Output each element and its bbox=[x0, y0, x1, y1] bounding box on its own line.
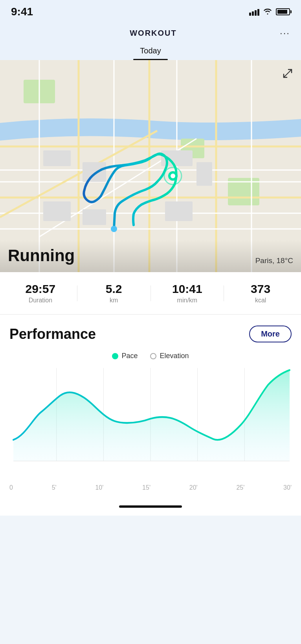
signal-icon bbox=[249, 8, 259, 16]
x-label-25: 25' bbox=[236, 484, 244, 491]
svg-point-29 bbox=[171, 174, 175, 178]
map-container: Running Paris, 18°C bbox=[0, 60, 301, 272]
page-title: WORKOUT bbox=[27, 29, 280, 38]
home-indicator bbox=[0, 499, 301, 516]
x-label-15: 15' bbox=[142, 484, 150, 491]
svg-rect-24 bbox=[83, 209, 106, 225]
svg-point-26 bbox=[111, 226, 117, 232]
x-label-5: 5' bbox=[52, 484, 57, 491]
wifi-icon bbox=[263, 7, 272, 16]
pace-legend-dot bbox=[112, 353, 118, 359]
stat-distance: 5.2 km bbox=[77, 282, 150, 304]
tab-today[interactable]: Today bbox=[129, 42, 172, 60]
x-label-10: 10' bbox=[95, 484, 103, 491]
stat-pace-label: min/km bbox=[151, 297, 224, 304]
status-icons bbox=[249, 7, 290, 16]
more-button[interactable]: More bbox=[249, 326, 292, 342]
stats-row: 29:57 Duration 5.2 km 10:41 min/km 373 k… bbox=[0, 272, 301, 315]
chart-legend: Pace Elevation bbox=[9, 352, 292, 360]
pace-legend-label: Pace bbox=[121, 352, 138, 360]
tab-bar: Today bbox=[0, 42, 301, 60]
map-overlay: Running Paris, 18°C bbox=[0, 240, 301, 272]
svg-rect-25 bbox=[165, 201, 193, 221]
stat-duration-value: 29:57 bbox=[4, 282, 77, 295]
stat-duration-label: Duration bbox=[4, 297, 77, 304]
stat-distance-label: km bbox=[77, 297, 150, 304]
stat-pace-value: 10:41 bbox=[151, 282, 224, 295]
legend-elevation[interactable]: Elevation bbox=[150, 352, 189, 360]
svg-rect-22 bbox=[196, 162, 212, 186]
svg-rect-20 bbox=[83, 162, 106, 182]
status-bar: 9:41 bbox=[0, 0, 301, 21]
stat-calories-value: 373 bbox=[224, 282, 297, 295]
header: WORKOUT ··· bbox=[0, 21, 301, 42]
x-label-0: 0 bbox=[9, 484, 13, 491]
legend-pace[interactable]: Pace bbox=[112, 352, 138, 360]
elevation-legend-label: Elevation bbox=[160, 352, 189, 360]
svg-rect-23 bbox=[43, 201, 71, 221]
stat-pace: 10:41 min/km bbox=[151, 282, 224, 304]
battery-icon bbox=[276, 8, 290, 15]
home-bar bbox=[119, 505, 182, 508]
activity-type: Running bbox=[8, 246, 75, 265]
more-menu-button[interactable]: ··· bbox=[280, 27, 290, 38]
performance-header: Performance More bbox=[9, 326, 292, 342]
pace-chart bbox=[9, 368, 292, 478]
stat-duration: 29:57 Duration bbox=[4, 282, 77, 304]
chart-x-axis: 0 5' 10' 15' 20' 25' 30' bbox=[9, 481, 292, 499]
svg-rect-19 bbox=[43, 150, 71, 166]
stat-distance-value: 5.2 bbox=[77, 282, 150, 295]
svg-line-35 bbox=[284, 73, 288, 77]
stat-calories-label: kcal bbox=[224, 297, 297, 304]
x-label-20: 20' bbox=[189, 484, 198, 491]
x-label-30: 30' bbox=[283, 484, 292, 491]
performance-title: Performance bbox=[9, 326, 96, 342]
expand-map-button[interactable] bbox=[281, 66, 295, 83]
stat-calories: 373 kcal bbox=[224, 282, 297, 304]
status-time: 9:41 bbox=[11, 5, 33, 18]
performance-section: Performance More Pace Elevation bbox=[0, 315, 301, 499]
map-location: Paris, 18°C bbox=[255, 256, 293, 265]
svg-line-34 bbox=[288, 70, 292, 73]
elevation-legend-dot bbox=[150, 353, 156, 359]
